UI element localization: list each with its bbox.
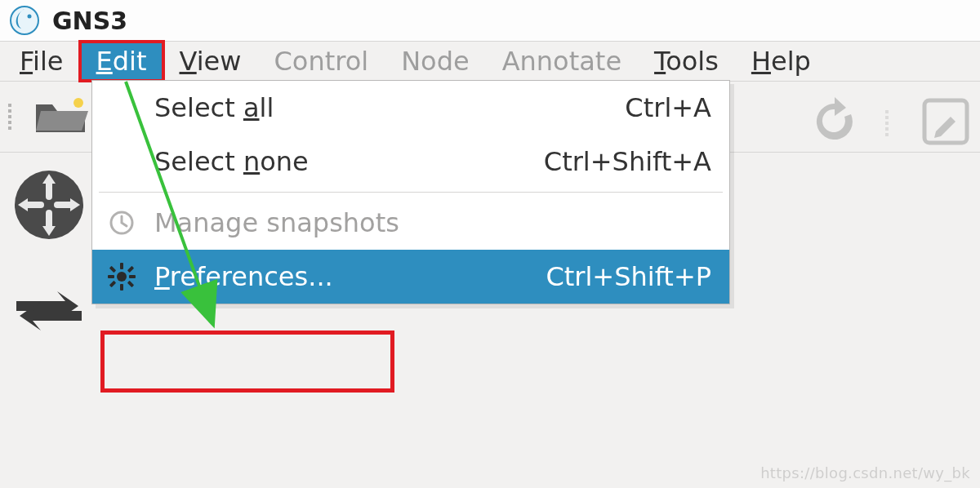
svg-rect-14 (109, 281, 116, 287)
menu-node: Node (385, 42, 486, 81)
folder-open-icon[interactable] (33, 93, 90, 140)
router-device-button[interactable] (0, 152, 98, 258)
device-sidebar (0, 152, 98, 364)
gear-icon (104, 262, 140, 291)
svg-rect-11 (109, 266, 116, 273)
edit-icon[interactable] (920, 95, 972, 151)
svg-point-6 (117, 272, 127, 282)
edit-dropdown: Select all Ctrl+A Select none Ctrl+Shift… (91, 80, 730, 304)
annotation-red-box-preferences (100, 331, 394, 393)
shortcut-text: Ctrl+Shift+P (546, 261, 711, 292)
titlebar: GNS3 (0, 0, 980, 41)
gns3-logo-icon (8, 4, 41, 37)
menu-annotate: Annotate (486, 42, 638, 81)
menu-tools[interactable]: Tools (638, 42, 735, 81)
menu-item-select-none[interactable]: Select none Ctrl+Shift+A (92, 135, 729, 189)
menu-edit[interactable]: Edit (80, 42, 163, 81)
menu-item-preferences[interactable]: Preferences... Ctrl+Shift+P (92, 250, 729, 304)
svg-rect-13 (127, 266, 134, 273)
svg-rect-10 (129, 275, 136, 278)
menu-control: Control (257, 42, 385, 81)
menu-help[interactable]: Help (735, 42, 827, 81)
menu-file[interactable]: File (3, 42, 80, 81)
menu-item-manage-snapshots: Manage snapshots (92, 196, 729, 250)
toolbar-grip (8, 104, 18, 130)
clock-icon (104, 209, 140, 237)
watermark: https://blog.csdn.net/wy_bk (760, 464, 970, 481)
svg-point-2 (74, 98, 83, 108)
svg-rect-12 (127, 281, 134, 287)
menu-separator (99, 192, 723, 193)
svg-rect-9 (108, 275, 114, 278)
svg-rect-7 (120, 263, 123, 269)
svg-point-1 (28, 15, 32, 19)
menu-view[interactable]: View (163, 42, 258, 81)
shortcut-text: Ctrl+Shift+A (544, 146, 711, 177)
menu-item-select-all[interactable]: Select all Ctrl+A (92, 81, 729, 135)
shortcut-text: Ctrl+A (625, 92, 711, 123)
toolbar-right (808, 88, 972, 158)
refresh-icon[interactable] (808, 95, 861, 151)
svg-rect-8 (120, 284, 123, 291)
menubar: File Edit View Control Node Annotate Too… (0, 41, 980, 82)
toolbar-grip-2 (885, 110, 895, 136)
svg-point-0 (11, 7, 38, 34)
app-title: GNS3 (52, 7, 127, 35)
link-device-button[interactable] (0, 258, 98, 364)
menu-edit-highlight: Edit (80, 42, 163, 81)
